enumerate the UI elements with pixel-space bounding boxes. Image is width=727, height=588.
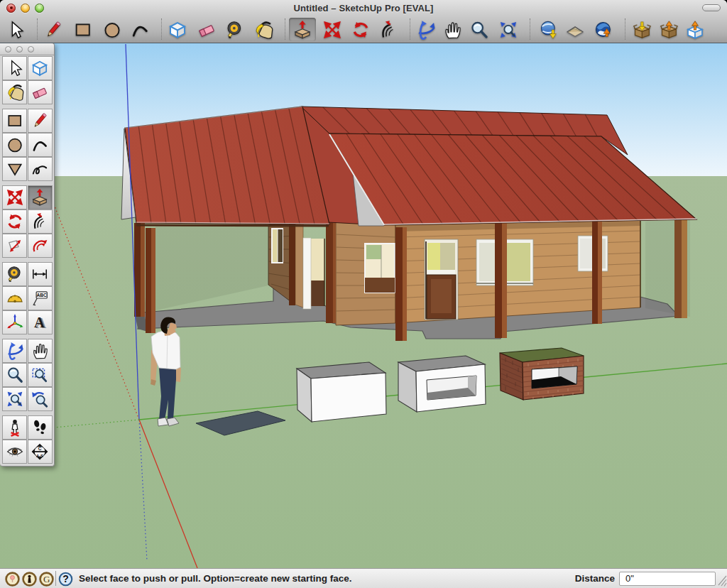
palette-button-make-component[interactable] bbox=[28, 56, 53, 80]
house-front-wall[interactable] bbox=[395, 220, 640, 323]
toolbar-button-follow-me[interactable] bbox=[375, 18, 402, 41]
toolbar-button-arc[interactable] bbox=[126, 18, 153, 41]
toolbar-button-rotate[interactable] bbox=[347, 18, 374, 41]
palette-button-text[interactable] bbox=[28, 286, 53, 310]
statusbar-button-help[interactable] bbox=[58, 572, 73, 587]
palette-button-section-plane[interactable] bbox=[28, 440, 53, 464]
titlebar[interactable]: Untitled – SketchUp Pro [EVAL] bbox=[0, 0, 727, 16]
zoom-window-icon bbox=[31, 366, 49, 384]
share-model-icon bbox=[660, 20, 679, 40]
palette-button-rotate[interactable] bbox=[2, 209, 27, 234]
palette-button-orbit[interactable] bbox=[2, 339, 27, 363]
help-icon bbox=[58, 572, 73, 587]
palette-button-axes[interactable] bbox=[2, 310, 27, 334]
toolbar-button-share-component[interactable] bbox=[682, 18, 709, 41]
palette-button-pan[interactable] bbox=[28, 339, 53, 363]
toolbar-button-place-model[interactable] bbox=[590, 18, 617, 41]
palette-button-paint-bucket[interactable] bbox=[2, 80, 27, 104]
palette-button-arc[interactable] bbox=[28, 133, 53, 157]
toolbar-button-pan[interactable] bbox=[439, 18, 466, 41]
house-wall-strip[interactable] bbox=[295, 222, 303, 307]
geolocation-icon bbox=[5, 572, 20, 587]
toolbar-button-eraser[interactable] bbox=[193, 18, 220, 41]
tape-measure-icon bbox=[6, 265, 24, 283]
distance-label: Distance bbox=[575, 573, 615, 584]
toolbar-button-zoom[interactable] bbox=[466, 18, 493, 41]
palette-button-freehand[interactable] bbox=[28, 157, 53, 181]
house-open-doorway[interactable] bbox=[303, 238, 324, 309]
statusbar-button-geolocation[interactable] bbox=[5, 572, 20, 587]
zoom-icon bbox=[6, 366, 24, 384]
freehand-icon bbox=[31, 160, 49, 178]
toolbar-button-line[interactable] bbox=[40, 18, 67, 41]
palette-button-previous[interactable] bbox=[28, 387, 53, 411]
statusbar-button-credits[interactable] bbox=[22, 572, 37, 587]
palette-button-polygon[interactable] bbox=[2, 157, 27, 181]
palette-button-zoom-extents[interactable] bbox=[2, 387, 27, 411]
palette-button-circle[interactable] bbox=[2, 133, 27, 157]
measurement-input[interactable] bbox=[619, 572, 716, 586]
palette-button-scale[interactable] bbox=[2, 234, 27, 258]
share-component-icon bbox=[685, 20, 705, 40]
porch-post bbox=[674, 218, 687, 318]
toolbar-button-tape-measure[interactable] bbox=[222, 18, 248, 41]
toolbar-button-select[interactable] bbox=[2, 18, 29, 41]
toolbar-button-push-pull[interactable] bbox=[289, 18, 316, 41]
status-message: Select face to push or pull. Option=crea… bbox=[79, 573, 351, 584]
get-current-view-icon bbox=[539, 20, 559, 40]
palette-button-dimension[interactable] bbox=[28, 262, 53, 286]
palette-button-tape-measure[interactable] bbox=[2, 262, 27, 286]
toolbar-button-get-current-view[interactable] bbox=[535, 18, 562, 41]
model-viewport[interactable] bbox=[0, 43, 727, 568]
toolbar-button-zoom-extents[interactable] bbox=[495, 18, 522, 41]
palette-button-move[interactable] bbox=[2, 185, 27, 209]
palette-button-look-around[interactable] bbox=[2, 440, 27, 464]
palette-button-position-camera[interactable] bbox=[2, 415, 27, 440]
palette-button-zoom-window[interactable] bbox=[28, 363, 53, 387]
palette-button-rectangle[interactable] bbox=[2, 109, 27, 133]
toolbar-separator bbox=[285, 18, 285, 40]
white-box[interactable] bbox=[297, 362, 386, 422]
toolbar-pill-button[interactable] bbox=[702, 4, 721, 11]
house-roof[interactable] bbox=[121, 107, 696, 226]
toolbar-button-make-component[interactable] bbox=[164, 18, 191, 41]
toolbar-button-move[interactable] bbox=[319, 18, 346, 41]
toolbar-button-get-models[interactable] bbox=[629, 18, 656, 41]
brick-box-with-opening[interactable] bbox=[500, 348, 584, 400]
house-west-wall[interactable] bbox=[336, 222, 395, 325]
palette-minimize-button[interactable] bbox=[16, 46, 23, 53]
palette-button-line[interactable] bbox=[28, 109, 53, 133]
offset-icon bbox=[31, 236, 49, 255]
palette-button-offset[interactable] bbox=[28, 234, 53, 258]
porch-post bbox=[146, 228, 155, 333]
front-door[interactable] bbox=[425, 239, 458, 320]
toolbar-button-paint-bucket[interactable] bbox=[250, 18, 277, 41]
toolbar-button-toggle-terrain[interactable] bbox=[562, 18, 589, 41]
toolbar-button-share-model[interactable] bbox=[656, 18, 683, 41]
large-tool-set-palette bbox=[0, 43, 55, 467]
select-icon bbox=[6, 59, 24, 77]
place-model-icon bbox=[594, 20, 613, 40]
palette-button-3d-text[interactable] bbox=[28, 310, 53, 334]
palette-zoom-button[interactable] bbox=[28, 46, 34, 53]
palette-button-walk[interactable] bbox=[28, 415, 53, 440]
white-box-with-opening[interactable] bbox=[398, 356, 486, 412]
palette-button-select[interactable] bbox=[2, 56, 27, 80]
palette-button-eraser[interactable] bbox=[28, 80, 53, 104]
resize-grip[interactable] bbox=[716, 573, 727, 587]
statusbar-button-google[interactable] bbox=[39, 572, 54, 587]
palette-button-follow-me[interactable] bbox=[28, 209, 53, 234]
toolbar-button-circle[interactable] bbox=[99, 18, 126, 41]
palette-button-protractor[interactable] bbox=[2, 286, 27, 310]
window-title: Untitled – SketchUp Pro [EVAL] bbox=[0, 3, 727, 13]
palette-close-button[interactable] bbox=[5, 46, 11, 53]
make-component-icon bbox=[31, 59, 49, 77]
palette-button-zoom[interactable] bbox=[2, 363, 27, 387]
toolbar-button-orbit[interactable] bbox=[412, 18, 439, 41]
rectangle-icon bbox=[6, 111, 24, 130]
west-wall-window[interactable] bbox=[365, 244, 395, 293]
palette-button-push-pull[interactable] bbox=[28, 185, 53, 209]
text-icon bbox=[31, 289, 49, 307]
toolbar-button-rectangle[interactable] bbox=[70, 18, 97, 41]
palette-titlebar[interactable] bbox=[0, 43, 54, 55]
